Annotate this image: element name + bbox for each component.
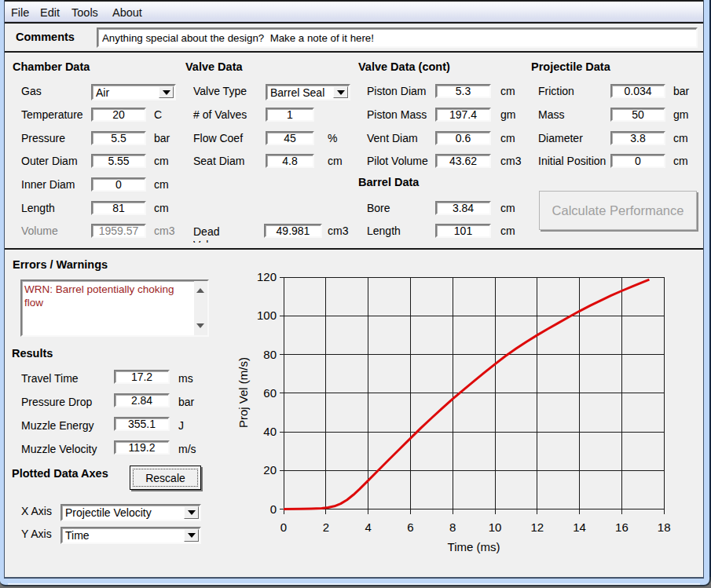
svg-text:4: 4	[365, 520, 371, 534]
svg-text:10: 10	[489, 520, 502, 534]
svg-text:6: 6	[407, 520, 413, 534]
svg-text:16: 16	[615, 520, 629, 534]
svg-text:14: 14	[573, 520, 586, 534]
svg-text:Time (ms): Time (ms)	[448, 540, 500, 553]
svg-text:100: 100	[257, 309, 277, 322]
svg-text:2: 2	[323, 520, 329, 534]
svg-text:0: 0	[280, 520, 287, 534]
svg-text:120: 120	[257, 270, 277, 283]
svg-text:Proj Vel (m/s): Proj Vel (m/s)	[236, 357, 250, 428]
svg-text:40: 40	[263, 425, 277, 438]
svg-text:8: 8	[449, 520, 456, 534]
svg-text:18: 18	[658, 520, 671, 534]
svg-text:60: 60	[263, 386, 277, 400]
svg-text:80: 80	[263, 348, 277, 361]
svg-text:0: 0	[270, 502, 277, 516]
svg-text:12: 12	[530, 520, 544, 534]
svg-text:20: 20	[263, 463, 277, 477]
